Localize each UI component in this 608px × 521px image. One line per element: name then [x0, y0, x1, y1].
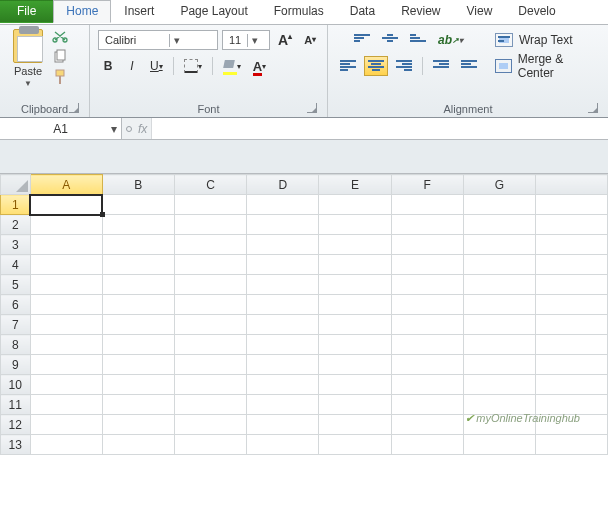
cell[interactable] — [391, 315, 463, 335]
cell[interactable] — [535, 355, 607, 375]
cell[interactable] — [30, 375, 102, 395]
cell[interactable] — [391, 235, 463, 255]
row-header[interactable]: 1 — [1, 195, 31, 215]
cell[interactable] — [30, 195, 102, 215]
align-left-button[interactable] — [336, 56, 360, 76]
cell[interactable] — [391, 375, 463, 395]
cell[interactable] — [319, 375, 391, 395]
cell[interactable] — [463, 435, 535, 455]
cell[interactable] — [102, 195, 174, 215]
cell[interactable] — [102, 275, 174, 295]
column-header[interactable]: F — [391, 175, 463, 195]
column-header[interactable]: E — [319, 175, 391, 195]
cell[interactable] — [535, 235, 607, 255]
cell[interactable] — [30, 335, 102, 355]
cell[interactable] — [247, 415, 319, 435]
column-header[interactable] — [535, 175, 607, 195]
cell[interactable] — [319, 355, 391, 375]
column-header[interactable]: B — [102, 175, 174, 195]
row-header[interactable]: 9 — [1, 355, 31, 375]
row-header[interactable]: 3 — [1, 235, 31, 255]
cell[interactable] — [30, 295, 102, 315]
borders-button[interactable]: ▾ — [180, 56, 206, 76]
row-header[interactable]: 12 — [1, 415, 31, 435]
cell[interactable] — [174, 355, 246, 375]
cell[interactable] — [463, 355, 535, 375]
orientation-button[interactable]: ab↗ ▾ — [434, 30, 467, 50]
cell[interactable] — [463, 315, 535, 335]
cell[interactable] — [319, 395, 391, 415]
tab-developer[interactable]: Develo — [505, 0, 568, 23]
column-header[interactable]: A — [30, 175, 102, 195]
cell[interactable] — [247, 295, 319, 315]
clipboard-launcher-icon[interactable] — [69, 103, 79, 113]
cell[interactable] — [535, 335, 607, 355]
copy-button[interactable] — [52, 49, 68, 65]
cell[interactable] — [174, 415, 246, 435]
cell[interactable] — [463, 335, 535, 355]
merge-center-button[interactable]: Merge & Center — [491, 55, 600, 77]
decrease-font-button[interactable]: A▾ — [300, 30, 320, 50]
cell[interactable] — [535, 375, 607, 395]
tab-view[interactable]: View — [454, 0, 506, 23]
cell[interactable] — [30, 275, 102, 295]
align-center-button[interactable] — [364, 56, 388, 76]
select-all-corner[interactable] — [1, 175, 31, 195]
name-box[interactable]: A1 ▾ — [0, 118, 122, 139]
cell[interactable] — [102, 315, 174, 335]
cell[interactable] — [391, 255, 463, 275]
formula-input[interactable] — [151, 118, 608, 139]
increase-font-button[interactable]: A▴ — [274, 30, 296, 50]
cell[interactable] — [535, 215, 607, 235]
cell[interactable] — [319, 215, 391, 235]
row-header[interactable]: 6 — [1, 295, 31, 315]
cell[interactable] — [391, 415, 463, 435]
cell[interactable] — [247, 435, 319, 455]
cell[interactable] — [463, 215, 535, 235]
cell[interactable] — [463, 375, 535, 395]
tab-formulas[interactable]: Formulas — [261, 0, 337, 23]
cell[interactable] — [30, 395, 102, 415]
cell[interactable] — [391, 435, 463, 455]
cell[interactable] — [319, 195, 391, 215]
paste-caret[interactable]: ▼ — [24, 79, 32, 88]
cell[interactable] — [102, 375, 174, 395]
cell[interactable] — [174, 335, 246, 355]
cell[interactable] — [174, 215, 246, 235]
cell[interactable] — [319, 275, 391, 295]
cell[interactable] — [30, 255, 102, 275]
cut-button[interactable] — [52, 29, 68, 45]
cell[interactable] — [319, 255, 391, 275]
align-bottom-button[interactable] — [406, 30, 430, 50]
cell[interactable] — [30, 435, 102, 455]
cell[interactable] — [463, 255, 535, 275]
cell[interactable] — [391, 275, 463, 295]
align-top-button[interactable] — [350, 30, 374, 50]
cell[interactable] — [391, 335, 463, 355]
cell[interactable] — [319, 435, 391, 455]
cell[interactable] — [247, 275, 319, 295]
cell[interactable] — [391, 195, 463, 215]
cell[interactable] — [319, 315, 391, 335]
row-header[interactable]: 4 — [1, 255, 31, 275]
cell[interactable] — [174, 375, 246, 395]
cell[interactable] — [102, 235, 174, 255]
font-color-button[interactable]: A ▾ — [249, 56, 270, 76]
tab-file[interactable]: File — [0, 0, 53, 23]
alignment-launcher-icon[interactable] — [588, 103, 598, 113]
cell[interactable] — [102, 435, 174, 455]
cell[interactable] — [535, 435, 607, 455]
cell[interactable] — [174, 295, 246, 315]
cell[interactable] — [247, 195, 319, 215]
cell[interactable] — [30, 215, 102, 235]
cell[interactable] — [102, 355, 174, 375]
row-header[interactable]: 11 — [1, 395, 31, 415]
decrease-indent-button[interactable] — [429, 56, 453, 76]
cell[interactable] — [535, 315, 607, 335]
column-header[interactable]: C — [174, 175, 246, 195]
cell[interactable] — [174, 315, 246, 335]
cell[interactable] — [535, 255, 607, 275]
cell[interactable] — [535, 295, 607, 315]
cell[interactable] — [174, 275, 246, 295]
cell[interactable] — [102, 395, 174, 415]
